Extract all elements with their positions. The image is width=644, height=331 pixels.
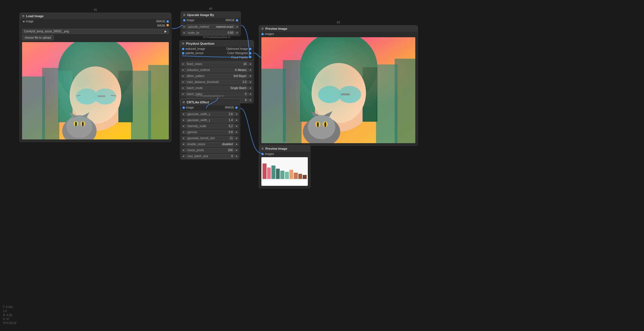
gy-right[interactable]: ► [235, 118, 239, 123]
batch-index-left[interactable]: ◄ [181, 92, 185, 96]
svg-rect-26 [376, 64, 398, 143]
fixed-colors-left[interactable]: ◄ [181, 62, 185, 66]
node-id-1: #1 [94, 8, 97, 11]
enable-resize-left[interactable]: ◄ [181, 142, 185, 147]
gy-container: gaussian_width_y 1.4 [186, 118, 234, 123]
preview-large-port: images [259, 32, 418, 36]
svg-marker-22 [81, 112, 89, 118]
gamma-label: gamma [186, 130, 220, 134]
dither-left[interactable]: ◄ [181, 74, 185, 78]
filename-display[interactable]: ComfyUI_temp_ezcxs_00032_.png ▶ [22, 29, 169, 34]
upscale-out-dot [236, 19, 238, 21]
enable-resize-value: disabled [220, 142, 234, 146]
kernel-left[interactable]: ◄ [181, 136, 185, 141]
optimized-label: Optimized Image [226, 47, 248, 50]
intensity-right[interactable]: ► [235, 124, 239, 129]
param-max-batch-crt: ◄ max_batch_size 4 ► [180, 153, 240, 159]
load-image-preview [22, 42, 169, 139]
histogram-out: Color Histogram [227, 52, 251, 55]
resize-px-label: resize_pixels [186, 148, 220, 152]
color-dist-right[interactable]: ► [248, 80, 252, 84]
max-batch-crt-right[interactable]: ► [235, 154, 239, 159]
color-bar-item [285, 172, 289, 179]
svg-rect-25 [283, 60, 302, 143]
scale-by-label: scale_by [187, 31, 220, 35]
scale-by-container: scale_by 0.50 [187, 30, 235, 35]
kernel-right[interactable]: ► [235, 136, 239, 141]
max-batch-crt-left[interactable]: ◄ [181, 154, 185, 159]
svg-rect-8 [118, 71, 133, 122]
svg-rect-4 [148, 65, 169, 139]
gx-value: 2.6 [220, 112, 234, 116]
preview-small-in-label: images [265, 152, 274, 155]
svg-rect-7 [58, 71, 73, 122]
crtlike-dot [183, 101, 185, 103]
param-batch-mode: ◄ batch_mode Single Batch ► [180, 85, 254, 91]
color-histogram-image [261, 157, 308, 186]
preview-large-header: Preview Image [259, 25, 418, 32]
svg-point-18 [81, 121, 85, 126]
svg-point-32 [300, 37, 377, 103]
dither-right[interactable]: ► [248, 74, 252, 78]
max-batch-crt-value: 4 [220, 154, 234, 158]
upscale-node: #5 Upscale Image By image IMAGE ◄ upscal… [181, 11, 241, 36]
color-bar-item [280, 171, 284, 179]
enable-resize-right[interactable]: ► [235, 142, 239, 147]
batch-mode-container: batch_mode Single Batch [185, 86, 248, 90]
intensity-left[interactable]: ◄ [181, 124, 185, 129]
fixed-colors-right[interactable]: ► [248, 62, 252, 66]
upscale-method-left-btn[interactable]: ◄ [182, 25, 186, 29]
param-scale-by: ◄ scale_by 0.50 ► [181, 30, 240, 36]
max-batch-crt-label: max_batch_size [186, 154, 220, 158]
param-dither-pattern: ◄ dither_pattern 8x8 Bayer ► [180, 73, 254, 79]
batch-index-right[interactable]: ► [248, 92, 252, 96]
gx-right[interactable]: ► [235, 112, 239, 117]
batch-mode-right[interactable]: ► [248, 86, 252, 90]
upscale-in-dot [183, 19, 185, 21]
upscale-method-label: upscale_method [187, 25, 215, 29]
crt-sep [180, 110, 240, 111]
port-left-image: ◄ image [22, 20, 34, 23]
gy-left[interactable]: ◄ [181, 118, 185, 123]
max-batch-right-px[interactable]: ► [248, 98, 252, 103]
param-intensity: ◄ intensity_scale 5.2 ► [180, 123, 240, 129]
crtlike-header: CRTLike Effect [180, 99, 240, 105]
palette-label: palette_tensor [185, 52, 203, 55]
upscale-header: Upscale Image By [181, 12, 240, 18]
svg-rect-38 [341, 93, 350, 95]
node-id-4: #4 [283, 141, 286, 144]
gx-left[interactable]: ◄ [181, 112, 185, 117]
param-kernel-size: ◄ gaussian_kernel_size 11 ► [180, 135, 240, 141]
gamma-container: gamma 0.8 [186, 130, 234, 135]
svg-rect-27 [395, 59, 415, 143]
svg-point-10 [76, 88, 98, 105]
resize-px-right[interactable]: ► [235, 148, 239, 153]
crtlike-image-port: image IMAGE [180, 105, 240, 110]
crtlike-node: #7 PixydustQuantizer-In CRTLike Effect i… [180, 99, 240, 159]
svg-rect-23 [261, 37, 415, 143]
color-bar-item [298, 174, 302, 179]
kernel-label: gaussian_kernel_size [186, 136, 220, 140]
svg-point-43 [317, 122, 319, 127]
upscale-method-right-btn[interactable]: ► [235, 25, 239, 29]
status-bar: T: 0.00s 1.0 N: 4 [0] V: 97 FPS:58.02 [3, 305, 16, 325]
palette-dot [182, 52, 184, 54]
batch-mode-left[interactable]: ◄ [181, 86, 185, 90]
reduction-method-left[interactable]: ◄ [181, 68, 185, 72]
color-dist-left[interactable]: ◄ [181, 80, 185, 84]
reduction-method-right[interactable]: ► [248, 68, 252, 72]
scale-by-right-btn[interactable]: ► [235, 31, 239, 35]
gamma-right[interactable]: ► [235, 130, 239, 135]
gamma-left[interactable]: ◄ [181, 130, 185, 135]
girl-svg [22, 42, 169, 139]
preview-large-title: Preview Image [265, 27, 287, 30]
param-resize-pixels: ◄ resize_pixels 256 ► [180, 147, 240, 153]
filename-row: ComfyUI_temp_ezcxs_00032_.png ▶ [20, 28, 171, 35]
enable-resize-label: enable_resize [186, 142, 220, 146]
choose-file-button[interactable]: choose file to upload [22, 35, 54, 40]
reduction-method-label: reduction_method [186, 68, 233, 72]
scale-by-left-btn[interactable]: ◄ [182, 31, 186, 35]
reduced-label: reduced_image [185, 47, 205, 50]
resize-px-left[interactable]: ◄ [181, 148, 185, 153]
svg-point-9 [70, 66, 121, 124]
